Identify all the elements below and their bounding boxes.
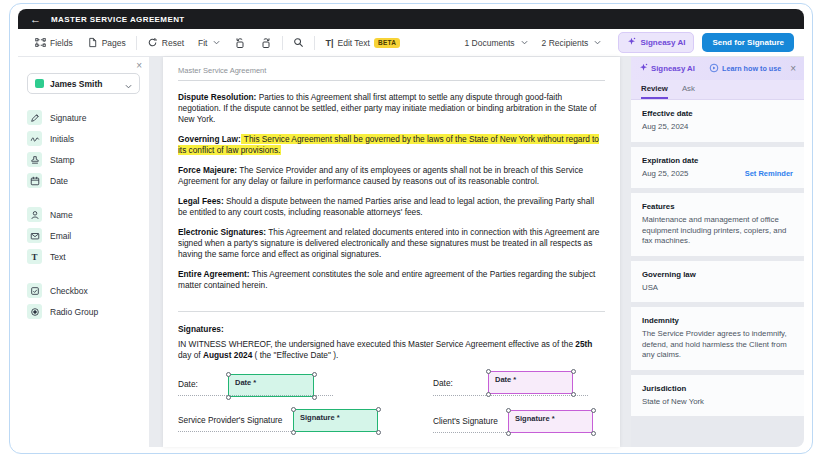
field-placeholder: Signature * — [515, 414, 555, 423]
rotate-right-button[interactable] — [253, 37, 279, 49]
resize-handle[interactable] — [591, 408, 596, 413]
card-indemnity: Indemnity The Service Provider agrees to… — [631, 307, 804, 370]
content-area: × James Smith Signature Initials Stamp — [18, 57, 804, 447]
document-page: Master Service Agreement Dispute Resolut… — [163, 57, 620, 447]
signature-field-provider[interactable]: Signature * — [293, 409, 378, 432]
date-field-client[interactable]: Date * — [488, 371, 573, 394]
fields-button[interactable]: Fields — [28, 37, 80, 48]
sidebar-item-checkbox[interactable]: Checkbox — [27, 280, 140, 301]
close-icon[interactable]: × — [136, 60, 142, 71]
recipient-dropdown[interactable]: James Smith — [27, 73, 140, 94]
sidebar-item-date[interactable]: Date — [27, 170, 140, 191]
sidebar-item-radio-group[interactable]: Radio Group — [27, 301, 140, 322]
card-expiration-date: Expiration date Aug 25, 2025 Set Reminde… — [631, 147, 804, 189]
tab-ask[interactable]: Ask — [682, 80, 695, 99]
signature-pen-icon — [27, 110, 42, 125]
resize-handle[interactable] — [291, 407, 296, 412]
back-arrow-icon[interactable]: ← — [30, 14, 41, 25]
card-jurisdiction: Jurisdiction State of New York — [631, 375, 804, 417]
app-window: ← MASTER SERVICE AGREEMENT Fields Pages … — [9, 3, 813, 454]
recipients-dropdown[interactable]: 2 Recipients — [535, 38, 609, 48]
date-field-provider[interactable]: Date * — [228, 374, 314, 397]
resize-handle[interactable] — [312, 372, 317, 377]
resize-handle[interactable] — [376, 407, 381, 412]
card-value: State of New York — [642, 397, 793, 408]
sidebar-item-label: Initials — [50, 134, 74, 144]
edit-text-button[interactable]: T| Edit Text BETA — [318, 38, 407, 48]
signature-fields-group: Signature Initials Stamp Date — [27, 107, 140, 191]
search-icon — [293, 37, 304, 48]
card-value: USA — [642, 283, 793, 294]
resize-handle[interactable] — [571, 392, 576, 397]
ai-panel-body[interactable]: Effective date Aug 25, 2024 Expiration d… — [631, 100, 804, 447]
title-bar: ← MASTER SERVICE AGREEMENT — [18, 9, 804, 29]
fields-sidebar: × James Smith Signature Initials Stamp — [18, 57, 150, 447]
resize-handle[interactable] — [506, 408, 511, 413]
card-effective-date: Effective date Aug 25, 2024 — [631, 100, 804, 142]
reset-button[interactable]: Reset — [140, 37, 191, 48]
sidebar-item-label: Date — [50, 176, 68, 186]
rotate-left-icon — [234, 37, 246, 49]
signeasy-ai-label: Signeasy AI — [640, 38, 685, 47]
resize-handle[interactable] — [226, 372, 231, 377]
resize-handle[interactable] — [486, 369, 491, 374]
sidebar-item-name[interactable]: Name — [27, 204, 140, 225]
recipients-label: 2 Recipients — [542, 38, 589, 48]
paragraph-label: Dispute Resolution: — [178, 92, 256, 102]
fit-dropdown[interactable]: Fit — [191, 38, 227, 48]
sidebar-item-stamp[interactable]: Stamp — [27, 149, 140, 170]
signature-field-client[interactable]: Signature * — [508, 410, 593, 433]
resize-handle[interactable] — [506, 431, 511, 436]
page-heading: Master Service Agreement — [178, 57, 605, 75]
chevron-down-icon — [521, 40, 528, 45]
sidebar-item-label: Email — [50, 231, 71, 241]
person-icon — [27, 207, 42, 222]
paragraph-label: Force Majeure: — [178, 165, 237, 175]
resize-handle[interactable] — [591, 431, 596, 436]
rotate-right-icon — [260, 37, 272, 49]
witness-bold: August 2024 — [203, 350, 252, 360]
pages-button[interactable]: Pages — [80, 37, 133, 48]
sidebar-item-text[interactable]: T Text — [27, 246, 140, 267]
card-value: Aug 25, 2024 — [642, 122, 793, 133]
chevron-down-icon — [125, 75, 132, 93]
play-circle-icon — [709, 63, 719, 75]
set-reminder-link[interactable]: Set Reminder — [745, 169, 793, 178]
resize-handle[interactable] — [486, 392, 491, 397]
send-for-signature-button[interactable]: Send for Signature — [702, 33, 794, 52]
tab-review[interactable]: Review — [641, 80, 668, 99]
paragraph-label: Governing Law: — [178, 134, 241, 144]
resize-handle[interactable] — [226, 395, 231, 400]
sidebar-item-label: Name — [50, 210, 73, 220]
paragraph-legal-fees: Legal Fees: Should a dispute between the… — [178, 196, 605, 218]
card-label: Governing law — [642, 270, 793, 279]
signeasy-ai-button[interactable]: Signeasy AI — [618, 32, 694, 53]
witness-text: ( the "Effective Date" ). — [252, 350, 338, 360]
card-governing-law: Governing law USA — [631, 261, 804, 303]
close-icon[interactable]: × — [790, 63, 796, 74]
search-button[interactable] — [286, 37, 311, 48]
toolbar-divider — [282, 36, 283, 50]
documents-label: 1 Documents — [465, 38, 515, 48]
card-value: Maintenance and management of office equ… — [642, 215, 793, 247]
resize-handle[interactable] — [312, 395, 317, 400]
field-placeholder: Date * — [495, 375, 516, 384]
toolbar: Fields Pages Reset Fit T| Edit Text B — [18, 29, 804, 57]
resize-handle[interactable] — [376, 430, 381, 435]
sparkle-icon — [639, 63, 648, 74]
calendar-icon — [27, 173, 42, 188]
reset-label: Reset — [162, 38, 184, 48]
documents-dropdown[interactable]: 1 Documents — [458, 38, 535, 48]
sidebar-item-email[interactable]: Email — [27, 225, 140, 246]
info-fields-group: Name Email T Text — [27, 204, 140, 267]
text-cursor-icon: T| — [325, 38, 333, 48]
signeasy-ai-panel: Signeasy AI Learn how to use × Review As… — [631, 57, 804, 447]
pages-icon — [87, 37, 98, 48]
sidebar-item-signature[interactable]: Signature — [27, 107, 140, 128]
resize-handle[interactable] — [571, 369, 576, 374]
document-canvas[interactable]: Master Service Agreement Dispute Resolut… — [150, 57, 631, 447]
learn-how-to-use-link[interactable]: Learn how to use — [709, 63, 781, 75]
resize-handle[interactable] — [291, 430, 296, 435]
rotate-left-button[interactable] — [227, 37, 253, 49]
sidebar-item-initials[interactable]: Initials — [27, 128, 140, 149]
